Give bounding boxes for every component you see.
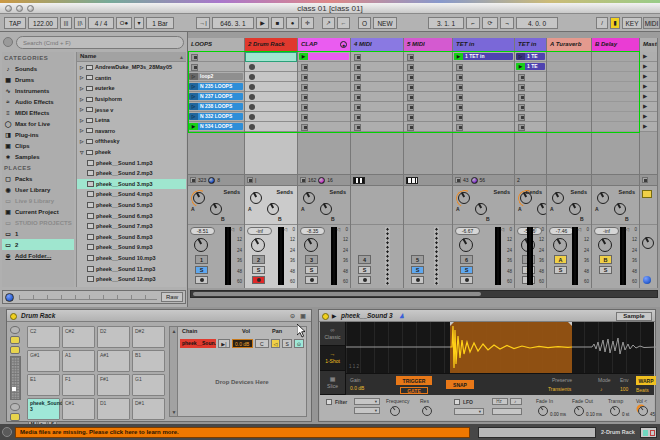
- clip-stop-icon[interactable]: [407, 104, 414, 111]
- clip-slot[interactable]: [245, 102, 297, 112]
- clip-slot[interactable]: [547, 122, 591, 132]
- drum-pad-b1[interactable]: B1: [132, 350, 165, 372]
- follow-indicator[interactable]: ▮: [610, 17, 620, 29]
- file-row[interactable]: pheek__Sound 10.mp3: [77, 253, 186, 264]
- send-a-knob[interactable]: [552, 192, 564, 204]
- quantization-menu[interactable]: 1 Bar: [146, 17, 174, 29]
- clip-slot[interactable]: [515, 82, 546, 92]
- disclosure-icon[interactable]: ▷: [80, 118, 84, 123]
- track-stop-button[interactable]: [300, 177, 306, 183]
- volume-field[interactable]: -8.35: [300, 227, 325, 235]
- sidebar-item-samples[interactable]: ∗Samples: [2, 151, 74, 162]
- clip-stop-icon[interactable]: [301, 84, 308, 91]
- clip-playing-icon[interactable]: [299, 53, 308, 60]
- pan-knob[interactable]: [598, 238, 612, 252]
- record-button[interactable]: ●: [286, 17, 299, 29]
- clip-slot[interactable]: [592, 102, 639, 112]
- simpler-titlebar[interactable]: ▶ pheek__Sound 3 ♟ Sample: [319, 310, 655, 322]
- master-volume-knob[interactable]: [642, 237, 654, 249]
- send-b-knob[interactable]: [267, 203, 279, 215]
- clip-stop-icon[interactable]: [354, 54, 361, 61]
- disclosure-icon[interactable]: ▷: [80, 107, 84, 112]
- re-enable-automation-button[interactable]: ←: [337, 17, 350, 29]
- clip-slot[interactable]: [188, 52, 244, 62]
- volume-field[interactable]: -inf: [594, 227, 619, 235]
- gate-button[interactable]: GATE: [400, 387, 428, 394]
- nudge-up-button[interactable]: ||\: [74, 17, 86, 29]
- drum-pad-a-1[interactable]: A#1: [97, 350, 130, 372]
- solo-button[interactable]: S: [554, 266, 567, 274]
- clip-play-icon[interactable]: [516, 53, 525, 60]
- clip-stop-icon[interactable]: [191, 64, 198, 71]
- solo-button[interactable]: S: [460, 266, 473, 274]
- clip-slot[interactable]: [592, 112, 639, 122]
- transpose-value[interactable]: 0 st: [622, 412, 629, 417]
- transpose-knob[interactable]: [610, 406, 620, 416]
- clip-slot[interactable]: [351, 92, 403, 102]
- sidebar-item-instruments[interactable]: ∿Instruments: [2, 85, 74, 96]
- send-b-knob[interactable]: [475, 203, 487, 215]
- clip-slot[interactable]: [298, 102, 350, 112]
- send-b-knob[interactable]: [537, 203, 547, 215]
- clip-slot[interactable]: [453, 102, 514, 112]
- send-a-knob[interactable]: [520, 192, 532, 204]
- empty-slot-area[interactable]: [592, 132, 639, 174]
- clip-slot[interactable]: [245, 112, 297, 122]
- clip-stop-icon[interactable]: [456, 84, 463, 91]
- empty-slot-area[interactable]: [245, 132, 297, 174]
- volume-value[interactable]: 45: [650, 412, 655, 417]
- frequency-knob[interactable]: [390, 406, 400, 416]
- punch-out-button[interactable]: ¬: [500, 17, 514, 29]
- clip-slot[interactable]: [515, 102, 546, 112]
- empty-slot-area[interactable]: [547, 132, 591, 174]
- clip-slot[interactable]: [245, 92, 297, 102]
- track-activator-button[interactable]: 2: [252, 255, 265, 264]
- master-preview-box[interactable]: [642, 190, 652, 198]
- clip-playing-icon[interactable]: [454, 53, 463, 60]
- disclosure-icon[interactable]: ▷: [80, 139, 84, 144]
- clip-stop-icon[interactable]: [249, 64, 255, 70]
- volume-knob[interactable]: [638, 406, 648, 416]
- track-activator-button[interactable]: 1: [195, 255, 208, 264]
- chain-solo-button[interactable]: S: [282, 339, 291, 348]
- arm-button[interactable]: [252, 276, 265, 284]
- clip-stop-icon[interactable]: [301, 124, 308, 131]
- clip-slot[interactable]: [298, 82, 350, 92]
- drum-pad-e1[interactable]: E1: [27, 374, 60, 396]
- warp-mode-icon[interactable]: ♪: [600, 386, 603, 392]
- sidebar-item-1[interactable]: ▭1: [2, 228, 74, 239]
- follow-button[interactable]: →|: [196, 17, 210, 29]
- clip-slot[interactable]: N 332 LOOPS: [188, 112, 244, 122]
- file-row[interactable]: pheek__Sound 12.mp3: [77, 274, 186, 285]
- res-knob[interactable]: [422, 406, 432, 416]
- chain-pan-field[interactable]: C: [255, 339, 269, 348]
- clip-stop-icon[interactable]: [456, 114, 463, 121]
- play-button[interactable]: ▶: [256, 17, 269, 29]
- arrangement-position-field[interactable]: 646. 3. 1: [212, 17, 254, 29]
- clip-slot[interactable]: 1 TE: [515, 62, 546, 72]
- clip-slot[interactable]: [404, 92, 452, 102]
- filter-type-dropdown[interactable]: ▾: [354, 398, 380, 405]
- sidebar-item-user-library[interactable]: ◉User Library: [2, 184, 74, 195]
- folder-row[interactable]: ▷fusiphorm: [77, 94, 186, 105]
- device-play-icon[interactable]: ▶: [332, 313, 336, 319]
- clip-play-icon[interactable]: [189, 93, 198, 100]
- clip-play-icon[interactable]: [189, 83, 198, 90]
- drum-pad-d-1[interactable]: D#1: [132, 398, 165, 420]
- clip-slot[interactable]: [515, 122, 546, 132]
- clip-slot[interactable]: [404, 82, 452, 92]
- track-header[interactable]: LOOPS: [188, 38, 244, 52]
- track-activator-button[interactable]: B: [599, 255, 612, 264]
- media-missing-warning[interactable]: Media files are missing. Please click he…: [15, 427, 470, 438]
- clip-slot[interactable]: [453, 92, 514, 102]
- sidebar-item-2[interactable]: ▭2: [2, 239, 74, 250]
- pan-knob[interactable]: [194, 238, 208, 252]
- arm-button[interactable]: [195, 276, 208, 284]
- clip[interactable]: 1 TE: [516, 63, 545, 70]
- empty-slot-area[interactable]: [404, 132, 452, 174]
- clip-stop-icon[interactable]: [354, 104, 361, 111]
- clip-slot[interactable]: [592, 72, 639, 82]
- clip-stop-icon[interactable]: [407, 84, 414, 91]
- key-map-button[interactable]: KEY: [622, 17, 642, 29]
- clip-play-icon[interactable]: [189, 73, 198, 80]
